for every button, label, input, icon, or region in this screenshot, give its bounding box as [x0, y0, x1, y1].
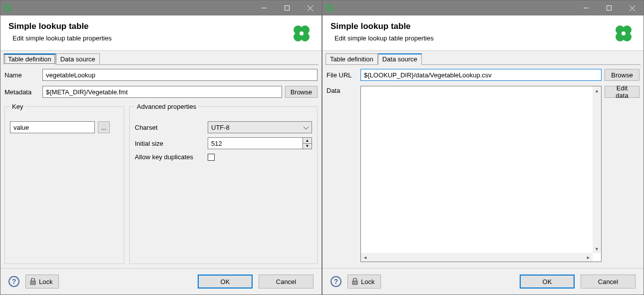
lock-button[interactable]: Lock	[25, 275, 59, 289]
tab-table-definition[interactable]: Table definition	[3, 53, 56, 65]
dialog-data-source: Simple lookup table Edit simple lookup t…	[322, 0, 644, 295]
initial-size-input[interactable]	[208, 138, 303, 149]
titlebar	[0, 0, 322, 15]
svg-rect-15	[607, 6, 612, 10]
key-group: Key ...	[4, 103, 124, 264]
maximize-button[interactable]	[276, 0, 299, 15]
help-icon[interactable]: ?	[8, 276, 19, 287]
ok-button[interactable]: OK	[198, 275, 253, 289]
svg-point-22	[622, 31, 626, 35]
minimize-button[interactable]	[575, 0, 598, 15]
dialog-subtitle: Edit simple lookup table properties	[334, 34, 612, 42]
svg-line-13	[327, 5, 332, 10]
metadata-browse-button[interactable]: Browse	[285, 86, 318, 98]
svg-line-1	[5, 5, 10, 10]
tab-bar: Table definition Data source	[3, 53, 319, 65]
data-label: Data	[326, 86, 357, 262]
clover-icon	[612, 21, 636, 45]
allow-duplicates-checkbox[interactable]	[208, 154, 215, 161]
close-button[interactable]	[299, 0, 322, 15]
cancel-button[interactable]: Cancel	[259, 275, 314, 289]
advanced-group-legend: Advanced properties	[135, 103, 198, 110]
horizontal-scrollbar[interactable]: ◄ ►	[361, 253, 593, 262]
file-url-label: File URL	[326, 71, 357, 79]
spinner-down-button[interactable]: ▼	[303, 144, 312, 149]
name-input[interactable]	[42, 69, 318, 81]
dialog-header: Simple lookup table Edit simple lookup t…	[0, 15, 322, 51]
tab-data-source[interactable]: Data source	[56, 53, 100, 64]
app-icon	[325, 4, 333, 12]
ok-button[interactable]: OK	[520, 275, 575, 289]
dialog-header: Simple lookup table Edit simple lookup t…	[322, 15, 644, 51]
scroll-down-icon[interactable]: ▼	[593, 245, 601, 253]
lock-label: Lock	[361, 278, 374, 286]
svg-point-10	[300, 31, 304, 35]
titlebar	[322, 0, 644, 15]
file-url-browse-button[interactable]: Browse	[605, 69, 640, 81]
dialog-subtitle: Edit simple lookup table properties	[12, 34, 290, 42]
data-textarea[interactable]: ▲ ▼ ◄ ►	[360, 86, 602, 262]
name-label: Name	[4, 71, 39, 79]
tab-bar: Table definition Data source	[325, 53, 641, 65]
cancel-button[interactable]: Cancel	[581, 275, 636, 289]
close-button[interactable]	[621, 0, 644, 15]
key-group-legend: Key	[10, 103, 25, 110]
tab-table-definition[interactable]: Table definition	[325, 53, 378, 64]
key-ellipsis-button[interactable]: ...	[98, 121, 110, 133]
scroll-left-icon[interactable]: ◄	[361, 253, 369, 262]
metadata-label: Metadata	[4, 88, 39, 96]
metadata-input[interactable]	[42, 86, 282, 98]
maximize-button[interactable]	[598, 0, 621, 15]
clover-icon	[290, 21, 314, 45]
svg-rect-3	[285, 6, 290, 10]
lock-icon	[352, 278, 358, 285]
minimize-button[interactable]	[253, 0, 276, 15]
advanced-group: Advanced properties Charset UTF-8 Initia…	[129, 103, 318, 264]
lock-label: Lock	[39, 278, 52, 286]
dialog-table-definition: Simple lookup table Edit simple lookup t…	[0, 0, 322, 295]
file-url-input[interactable]	[360, 69, 602, 81]
initial-size-label: Initial size	[135, 140, 205, 147]
chevron-down-icon	[304, 124, 309, 131]
charset-select[interactable]: UTF-8	[208, 121, 312, 133]
dialog-footer: ? Lock OK Cancel	[322, 268, 644, 295]
charset-label: Charset	[135, 124, 205, 131]
charset-value: UTF-8	[211, 124, 230, 131]
scroll-up-icon[interactable]: ▲	[593, 86, 601, 95]
vertical-scrollbar[interactable]: ▲ ▼	[593, 86, 601, 253]
help-icon[interactable]: ?	[330, 276, 341, 287]
dialog-title: Simple lookup table	[8, 21, 290, 31]
dialog-title: Simple lookup table	[330, 21, 612, 31]
app-icon	[3, 4, 11, 12]
svg-rect-11	[30, 281, 35, 285]
lock-icon	[30, 278, 36, 285]
allow-duplicates-label: Allow key duplicates	[135, 153, 205, 161]
scroll-right-icon[interactable]: ►	[584, 253, 593, 262]
lock-button[interactable]: Lock	[347, 275, 381, 289]
initial-size-spinner[interactable]: ▲ ▼	[208, 137, 312, 149]
key-input[interactable]	[10, 121, 95, 133]
dialog-footer: ? Lock OK Cancel	[0, 268, 322, 295]
tab-data-source[interactable]: Data source	[378, 53, 422, 65]
spinner-up-button[interactable]: ▲	[303, 138, 312, 144]
svg-rect-23	[352, 281, 357, 285]
edit-data-button[interactable]: Edit data	[605, 86, 640, 98]
